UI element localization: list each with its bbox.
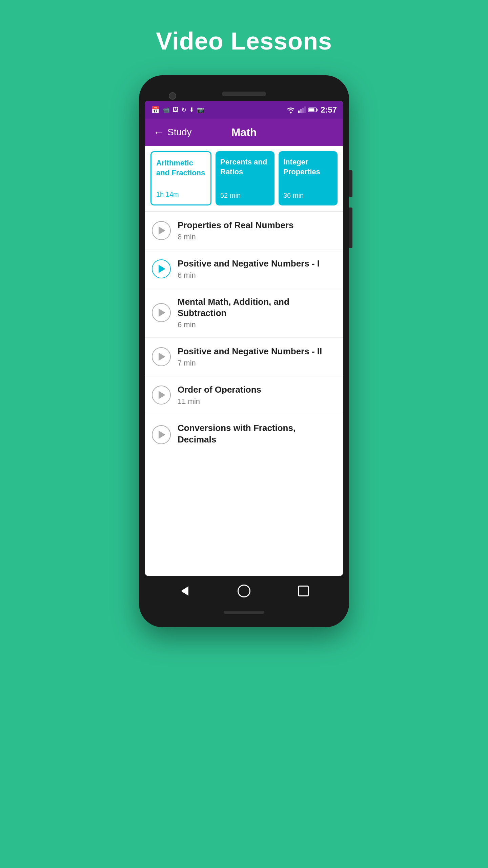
lesson-title-5: Order of Operations	[178, 384, 336, 396]
lesson-item-6[interactable]: Conversions with Fractions, Decimals	[145, 414, 343, 455]
lesson-item-1[interactable]: Properties of Real Numbers 8 min	[145, 212, 343, 250]
category-tabs: Arithmetic and Fractions 1h 14m Percents…	[145, 146, 343, 212]
status-bar: 📅 📹 🖼 ↻ ⬇ 📷	[145, 101, 343, 119]
lesson-info-5: Order of Operations 11 min	[178, 384, 336, 406]
image-icon: 🖼	[172, 106, 179, 114]
nav-back-button[interactable]	[176, 583, 193, 599]
svg-rect-4	[304, 106, 306, 113]
lesson-info-3: Mental Math, Addition, and Subtraction 6…	[178, 296, 336, 330]
lesson-title-6: Conversions with Fractions, Decimals	[178, 422, 336, 446]
svg-rect-3	[302, 108, 304, 113]
phone-side-button-2	[349, 208, 352, 248]
lesson-list: Properties of Real Numbers 8 min Positiv…	[145, 212, 343, 455]
lesson-info-2: Positive and Negative Numbers - I 6 min	[178, 258, 336, 280]
play-icon-6	[159, 431, 165, 439]
lesson-item-2[interactable]: Positive and Negative Numbers - I 6 min	[145, 250, 343, 288]
wifi-icon	[286, 106, 296, 114]
phone-device: 📅 📹 🖼 ↻ ⬇ 📷	[139, 75, 349, 627]
lesson-duration-1: 8 min	[178, 233, 336, 241]
lesson-duration-5: 11 min	[178, 397, 336, 406]
svg-rect-2	[300, 109, 302, 113]
nav-back-icon	[181, 586, 188, 596]
category-duration-percents: 52 min	[220, 192, 270, 199]
category-title-percents: Percents and Ratios	[220, 157, 270, 177]
page-title: Video Lessons	[156, 27, 332, 55]
camera2-icon: 📷	[197, 106, 204, 114]
svg-rect-6	[317, 109, 318, 111]
category-card-integer[interactable]: Integer Properties 36 min	[279, 151, 338, 205]
lesson-duration-3: 6 min	[178, 320, 336, 329]
svg-rect-1	[298, 111, 300, 113]
play-button-6[interactable]	[152, 425, 171, 444]
lesson-title-2: Positive and Negative Numbers - I	[178, 258, 336, 270]
category-title-arithmetic: Arithmetic and Fractions	[156, 158, 206, 178]
phone-speaker	[222, 92, 266, 96]
play-button-3[interactable]	[152, 303, 171, 322]
app-bar: ← Study Math	[145, 119, 343, 146]
signal-icon	[298, 106, 306, 113]
status-icons-right: 2:57	[286, 105, 337, 115]
lesson-info-4: Positive and Negative Numbers - II 7 min	[178, 346, 336, 368]
lesson-title-4: Positive and Negative Numbers - II	[178, 346, 336, 357]
category-duration-arithmetic: 1h 14m	[156, 191, 206, 198]
phone-top	[145, 85, 343, 101]
lesson-info-1: Properties of Real Numbers 8 min	[178, 220, 336, 241]
nav-home-icon	[238, 585, 250, 597]
status-time: 2:57	[321, 105, 337, 115]
lesson-title-1: Properties of Real Numbers	[178, 220, 336, 231]
play-button-5[interactable]	[152, 386, 171, 405]
lesson-title-3: Mental Math, Addition, and Subtraction	[178, 296, 336, 319]
play-button-2[interactable]	[152, 259, 171, 278]
category-card-arithmetic[interactable]: Arithmetic and Fractions 1h 14m	[150, 151, 211, 205]
play-button-4[interactable]	[152, 347, 171, 366]
phone-bottom-pill	[224, 611, 264, 614]
app-bar-title: Math	[231, 126, 257, 139]
play-icon-2	[159, 265, 165, 273]
phone-side-button-1	[349, 170, 352, 197]
play-icon-3	[159, 309, 165, 317]
bottom-nav-bar	[145, 576, 343, 606]
calendar-icon: 📅	[151, 106, 160, 114]
sync-icon: ↻	[181, 106, 186, 114]
svg-rect-7	[309, 108, 314, 112]
video-icon: 📹	[162, 106, 170, 114]
play-icon-5	[159, 391, 165, 399]
lesson-duration-2: 6 min	[178, 271, 336, 280]
lesson-info-6: Conversions with Fractions, Decimals	[178, 422, 336, 447]
back-button[interactable]: ← Study	[153, 126, 192, 139]
phone-camera	[169, 92, 176, 100]
phone-screen: 📅 📹 🖼 ↻ ⬇ 📷	[145, 101, 343, 576]
download-icon: ⬇	[189, 106, 194, 114]
status-icons-left: 📅 📹 🖼 ↻ ⬇ 📷	[151, 106, 204, 114]
play-icon-4	[159, 353, 165, 361]
back-label: Study	[167, 127, 192, 138]
lesson-item-5[interactable]: Order of Operations 11 min	[145, 376, 343, 414]
lesson-item-3[interactable]: Mental Math, Addition, and Subtraction 6…	[145, 288, 343, 338]
category-title-integer: Integer Properties	[283, 157, 333, 177]
nav-recents-button[interactable]	[295, 583, 312, 599]
lesson-item-4[interactable]: Positive and Negative Numbers - II 7 min	[145, 338, 343, 376]
category-duration-integer: 36 min	[283, 192, 333, 199]
back-arrow-icon: ←	[153, 126, 164, 139]
category-card-percents[interactable]: Percents and Ratios 52 min	[216, 151, 274, 205]
play-button-1[interactable]	[152, 221, 171, 240]
lesson-duration-4: 7 min	[178, 359, 336, 368]
play-icon-1	[159, 226, 165, 235]
svg-point-0	[290, 112, 291, 114]
battery-icon	[308, 107, 318, 113]
nav-recents-icon	[298, 586, 309, 596]
nav-home-button[interactable]	[236, 583, 252, 599]
